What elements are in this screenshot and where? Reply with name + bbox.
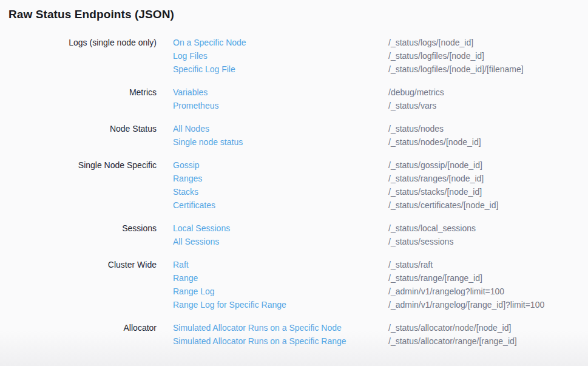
endpoint-path: /_status/stacks/[node_id] (388, 185, 588, 198)
endpoint-path: /debug/metrics (388, 86, 588, 99)
category-label: Allocator (8, 321, 157, 348)
endpoint-paths-column: /debug/metrics/_status/vars (388, 86, 588, 112)
endpoint-path: /_status/local_sessions (388, 222, 588, 235)
endpoint-paths-column: /_status/allocator/node/[node_id]/_statu… (388, 321, 588, 348)
endpoint-link[interactable]: Specific Log File (173, 63, 235, 76)
endpoint-path: /_status/nodes (388, 122, 588, 135)
endpoint-path: /_status/logfiles/[node_id]/[filename] (388, 63, 588, 76)
endpoint-path: /_status/sessions (388, 235, 588, 248)
endpoint-path: /_status/logfiles/[node_id] (388, 49, 588, 63)
endpoint-links-column: VariablesPrometheus (157, 86, 388, 112)
endpoint-link[interactable]: Range Log for Specific Range (173, 298, 286, 311)
endpoint-links-column: On a Specific NodeLog FilesSpecific Log … (157, 36, 388, 76)
endpoint-link[interactable]: Range Log (173, 285, 215, 298)
category-label: Node Status (8, 122, 157, 149)
endpoint-link[interactable]: Certificates (173, 198, 215, 212)
endpoint-link[interactable]: Local Sessions (173, 222, 230, 235)
endpoint-section: SessionsLocal SessionsAll Sessions/_stat… (8, 222, 588, 248)
endpoint-path: /_status/allocator/range/[range_id] (388, 334, 588, 348)
endpoint-path: /_status/certificates/[node_id] (388, 198, 588, 212)
endpoint-links-column: GossipRangesStacksCertificates (157, 158, 388, 212)
endpoint-path: /_status/vars (388, 99, 588, 112)
endpoint-link[interactable]: Variables (173, 86, 208, 99)
endpoint-link[interactable]: On a Specific Node (173, 36, 246, 49)
endpoint-link[interactable]: Log Files (173, 49, 208, 63)
endpoint-path: /_status/nodes/[node_id] (388, 135, 588, 149)
endpoint-link[interactable]: Stacks (173, 185, 198, 198)
endpoint-path: /_status/gossip/[node_id] (388, 158, 588, 172)
endpoint-link[interactable]: All Sessions (173, 235, 219, 248)
endpoint-paths-column: /_status/raft/_status/range/[range_id]/_… (388, 258, 588, 311)
endpoint-section: Cluster WideRaftRangeRange LogRange Log … (8, 258, 588, 311)
category-label: Single Node Specific (8, 158, 157, 212)
endpoint-links-column: All NodesSingle node status (157, 122, 388, 149)
endpoint-links-column: Local SessionsAll Sessions (157, 222, 388, 248)
endpoint-link[interactable]: Simulated Allocator Runs on a Specific N… (173, 321, 342, 334)
raw-status-endpoints-page: Raw Status Endpoints (JSON) Logs (single… (0, 0, 588, 348)
endpoint-paths-column: /_status/logs/[node_id]/_status/logfiles… (388, 36, 588, 76)
category-label: Logs (single node only) (8, 36, 157, 76)
endpoint-path: /_status/raft (388, 258, 588, 271)
endpoint-path: /_status/allocator/node/[node_id] (388, 321, 588, 334)
endpoint-section: Node StatusAll NodesSingle node status/_… (8, 122, 588, 149)
category-label: Cluster Wide (8, 258, 157, 311)
endpoint-paths-column: /_status/local_sessions/_status/sessions (388, 222, 588, 248)
category-label: Metrics (8, 86, 157, 112)
page-title: Raw Status Endpoints (JSON) (8, 6, 588, 22)
endpoint-links-column: Simulated Allocator Runs on a Specific N… (157, 321, 388, 348)
endpoint-path: /_admin/v1/rangelog?limit=100 (388, 285, 588, 298)
endpoint-paths-column: /_status/gossip/[node_id]/_status/ranges… (388, 158, 588, 212)
category-label: Sessions (8, 222, 157, 248)
endpoint-link[interactable]: Single node status (173, 135, 243, 149)
endpoint-link[interactable]: Gossip (173, 158, 200, 172)
endpoint-sections: Logs (single node only)On a Specific Nod… (8, 36, 588, 348)
endpoint-links-column: RaftRangeRange LogRange Log for Specific… (157, 258, 388, 311)
endpoint-path: /_status/logs/[node_id] (388, 36, 588, 49)
endpoint-path: /_admin/v1/rangelog/[range_id]?limit=100 (388, 298, 588, 311)
endpoint-path: /_status/ranges/[node_id] (388, 172, 588, 185)
endpoint-link[interactable]: Ranges (173, 172, 202, 185)
endpoint-section: AllocatorSimulated Allocator Runs on a S… (8, 321, 588, 348)
endpoint-link[interactable]: Simulated Allocator Runs on a Specific R… (173, 334, 346, 348)
endpoint-paths-column: /_status/nodes/_status/nodes/[node_id] (388, 122, 588, 149)
endpoint-link[interactable]: Raft (173, 258, 189, 271)
endpoint-link[interactable]: Range (173, 271, 198, 285)
endpoint-link[interactable]: All Nodes (173, 122, 209, 135)
endpoint-path: /_status/range/[range_id] (388, 271, 588, 285)
endpoint-section: MetricsVariablesPrometheus/debug/metrics… (8, 86, 588, 112)
endpoint-link[interactable]: Prometheus (173, 99, 218, 112)
endpoint-section: Logs (single node only)On a Specific Nod… (8, 36, 588, 76)
endpoint-section: Single Node SpecificGossipRangesStacksCe… (8, 158, 588, 212)
